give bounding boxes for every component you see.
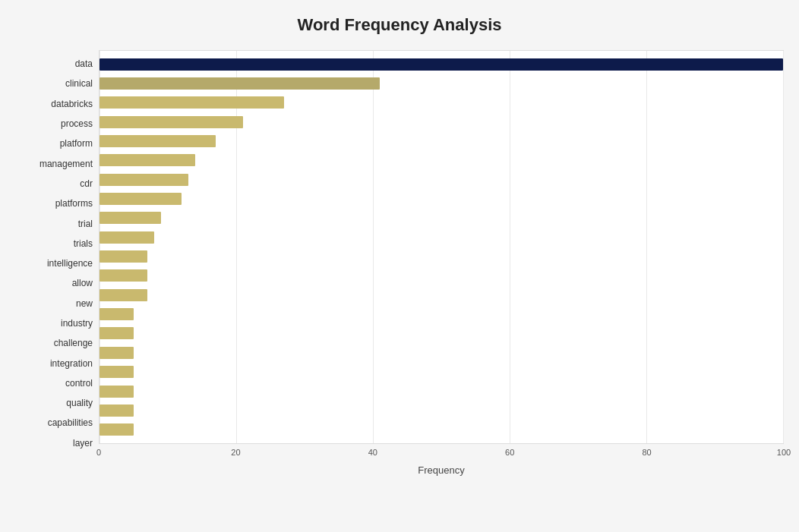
bar (99, 405, 134, 417)
bar-row (99, 422, 783, 437)
y-label: management (39, 156, 93, 172)
chart-container: Word Frequency Analysis dataclinicaldata… (0, 0, 799, 532)
bar-row (99, 326, 783, 341)
x-tick-label: 60 (505, 448, 514, 457)
bar-row (99, 249, 783, 264)
bar (99, 269, 147, 282)
bar-row (99, 384, 783, 399)
y-label: databricks (51, 96, 93, 112)
y-label: platforms (55, 195, 93, 212)
bar-row (99, 172, 783, 187)
bar (99, 193, 182, 205)
bar (99, 386, 134, 398)
bar-row (99, 345, 783, 360)
bar-row (99, 307, 783, 322)
y-label: challenge (54, 335, 93, 351)
bar (99, 231, 154, 244)
x-tick-label: 0 (96, 448, 101, 457)
y-label: cdr (80, 175, 93, 192)
x-tick-label: 40 (368, 448, 377, 457)
y-label: integration (50, 355, 93, 372)
y-label: data (75, 55, 93, 72)
y-label: new (76, 295, 93, 312)
chart-title: Word Frequency Analysis (15, 15, 784, 35)
grid-line (783, 51, 784, 443)
y-label: allow (72, 275, 93, 291)
x-axis-title: Frequency (99, 464, 784, 476)
bar-row (99, 57, 783, 72)
x-tick-label: 100 (777, 448, 791, 457)
bar (99, 116, 243, 128)
bar-row (99, 268, 783, 283)
bar-row (99, 288, 783, 303)
y-label: platform (60, 135, 93, 152)
bar-row (99, 134, 783, 149)
bar-row (99, 364, 783, 379)
plot-area: 020406080100 Frequency (99, 50, 784, 476)
bar (99, 212, 161, 224)
y-label: clinical (65, 75, 93, 92)
bar (99, 308, 134, 320)
bar (99, 77, 380, 90)
bar-row (99, 95, 783, 110)
y-label: capabilities (48, 414, 93, 431)
x-tick-label: 80 (642, 448, 651, 457)
y-label: control (65, 375, 93, 392)
x-tick-label: 20 (231, 448, 240, 457)
bar (99, 289, 147, 301)
y-label: quality (66, 395, 93, 411)
y-axis: dataclinicaldatabricksprocessplatformman… (15, 50, 99, 476)
y-label: trial (78, 216, 93, 232)
y-label: trials (74, 235, 93, 252)
y-label: intelligence (47, 255, 93, 272)
chart-area: dataclinicaldatabricksprocessplatformman… (15, 50, 784, 476)
bar (99, 327, 134, 339)
bar (99, 154, 195, 166)
y-label: industry (61, 315, 93, 332)
bar-row (99, 115, 783, 130)
bar (99, 174, 188, 186)
bar (99, 423, 134, 436)
bar (99, 96, 284, 109)
bar (99, 250, 147, 263)
bar-row (99, 210, 783, 225)
bar (99, 135, 216, 147)
bar-row (99, 191, 783, 206)
bar (99, 366, 134, 378)
bar-row (99, 403, 783, 418)
bars-wrapper (99, 50, 784, 444)
bar-row (99, 230, 783, 245)
bar (99, 347, 134, 359)
y-label: layer (73, 435, 93, 452)
x-axis-labels: 020406080100 (99, 444, 784, 463)
bar-row (99, 76, 783, 91)
bar (99, 58, 783, 71)
bar-row (99, 153, 783, 168)
y-label: process (61, 115, 93, 132)
